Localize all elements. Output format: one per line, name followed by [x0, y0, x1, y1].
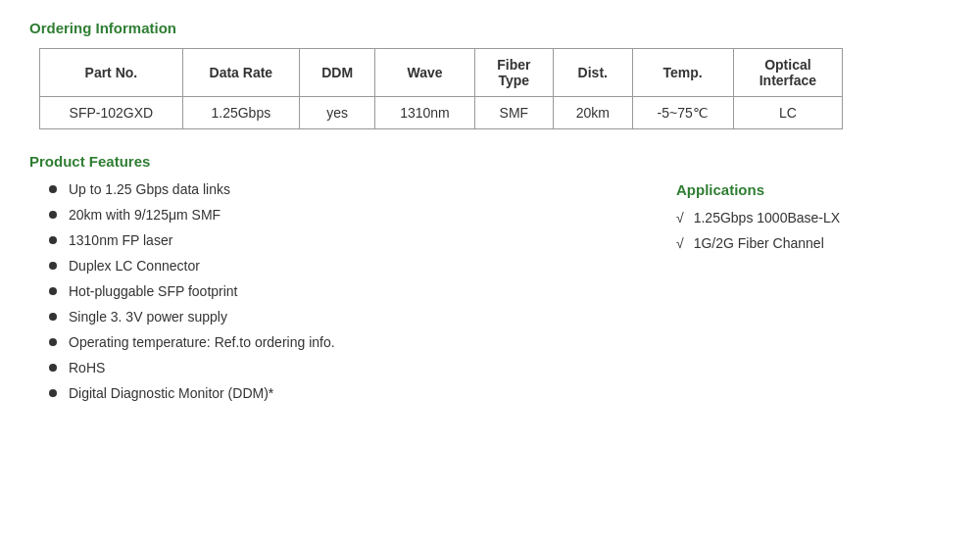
app-text-2: 1G/2G Fiber Channel — [694, 235, 824, 251]
list-item: Single 3. 3V power supply — [49, 309, 617, 325]
cell-part-no: SFP-102GXD — [40, 97, 183, 129]
col-wave: Wave — [375, 49, 474, 97]
bullet-icon — [49, 389, 57, 397]
col-optical-interface: OpticalInterface — [733, 49, 842, 97]
col-data-rate: Data Rate — [182, 49, 299, 97]
features-title: Product Features — [29, 153, 951, 170]
feature-text-1: Up to 1.25 Gbps data links — [69, 181, 230, 197]
bottom-row: Up to 1.25 Gbps data links 20km with 9/1… — [29, 181, 951, 411]
list-item: Operating temperature: Ref.to ordering i… — [49, 334, 617, 350]
cell-temp: -5~75℃ — [632, 97, 733, 129]
col-dist: Dist. — [554, 49, 632, 97]
list-item: Digital Diagnostic Monitor (DDM)* — [49, 385, 617, 401]
app-text-1: 1.25Gbps 1000Base-LX — [694, 210, 840, 226]
applications-list: √ 1.25Gbps 1000Base-LX √ 1G/2G Fiber Cha… — [676, 210, 951, 251]
cell-data-rate: 1.25Gbps — [182, 97, 299, 129]
feature-text-3: 1310nm FP laser — [69, 232, 172, 248]
check-icon: √ — [676, 235, 684, 251]
check-icon: √ — [676, 210, 684, 226]
feature-text-4: Duplex LC Connector — [69, 258, 200, 274]
list-item: Hot-pluggable SFP footprint — [49, 283, 617, 299]
bullet-icon — [49, 262, 57, 270]
feature-text-8: RoHS — [69, 360, 105, 376]
list-item: √ 1G/2G Fiber Channel — [676, 235, 951, 251]
bullet-icon — [49, 313, 57, 321]
features-list: Up to 1.25 Gbps data links 20km with 9/1… — [49, 181, 617, 401]
bullet-icon — [49, 287, 57, 295]
bullet-icon — [49, 364, 57, 372]
table-row: SFP-102GXD 1.25Gbps yes 1310nm SMF 20km … — [40, 97, 843, 129]
feature-text-9: Digital Diagnostic Monitor (DDM)* — [69, 385, 273, 401]
list-item: Up to 1.25 Gbps data links — [49, 181, 617, 197]
bullet-icon — [49, 338, 57, 346]
features-section: Product Features Up to 1.25 Gbps data li… — [29, 153, 951, 411]
col-temp: Temp. — [632, 49, 733, 97]
ordering-title: Ordering Information — [29, 20, 951, 36]
feature-text-5: Hot-pluggable SFP footprint — [69, 283, 238, 299]
feature-text-7: Operating temperature: Ref.to ordering i… — [69, 334, 335, 350]
list-item: RoHS — [49, 360, 617, 376]
left-features: Up to 1.25 Gbps data links 20km with 9/1… — [29, 181, 617, 411]
applications-section: Applications √ 1.25Gbps 1000Base-LX √ 1G… — [676, 181, 951, 261]
col-fiber-type: FiberType — [474, 49, 553, 97]
table-header-row: Part No. Data Rate DDM Wave FiberType Di… — [40, 49, 843, 97]
ordering-table: Part No. Data Rate DDM Wave FiberType Di… — [39, 48, 843, 129]
cell-wave: 1310nm — [375, 97, 474, 129]
cell-fiber-type: SMF — [474, 97, 553, 129]
bullet-icon — [49, 236, 57, 244]
feature-text-6: Single 3. 3V power supply — [69, 309, 227, 325]
cell-optical-interface: LC — [733, 97, 842, 129]
ordering-section: Ordering Information Part No. Data Rate … — [29, 20, 951, 129]
list-item: √ 1.25Gbps 1000Base-LX — [676, 210, 951, 226]
applications-title: Applications — [676, 181, 951, 198]
col-ddm: DDM — [299, 49, 374, 97]
cell-ddm: yes — [299, 97, 374, 129]
col-part-no: Part No. — [40, 49, 183, 97]
bullet-icon — [49, 185, 57, 193]
list-item: Duplex LC Connector — [49, 258, 617, 274]
feature-text-2: 20km with 9/125μm SMF — [69, 207, 220, 223]
list-item: 20km with 9/125μm SMF — [49, 207, 617, 223]
list-item: 1310nm FP laser — [49, 232, 617, 248]
cell-dist: 20km — [554, 97, 632, 129]
bullet-icon — [49, 211, 57, 219]
